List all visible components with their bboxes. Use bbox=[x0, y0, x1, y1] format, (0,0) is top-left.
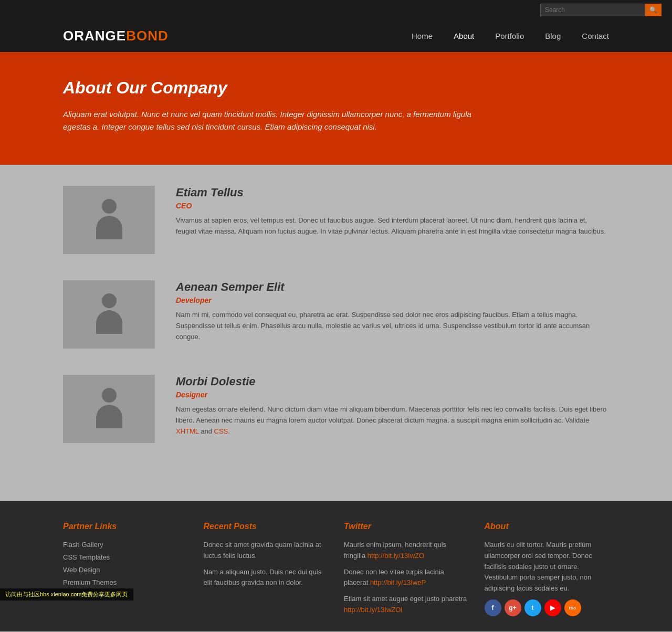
partner-links-heading: Partner Links bbox=[63, 522, 188, 531]
recent-posts-heading: Recent Posts bbox=[204, 522, 329, 531]
recent-post-2: Nam a aliquam justo. Duis nec dui quis e… bbox=[204, 567, 329, 589]
member-role-2: Developer bbox=[176, 296, 609, 304]
top-bar: 🔍 bbox=[0, 0, 672, 20]
logo: ORANGEBOND bbox=[63, 28, 169, 44]
member-name-2: Aenean Semper Elit bbox=[176, 280, 609, 294]
hero-description: Aliquam erat volutpat. Nunc et nunc vel … bbox=[63, 108, 494, 133]
header: ORANGEBOND Home About Portfolio Blog Con… bbox=[0, 20, 672, 52]
main-nav: Home About Portfolio Blog Contact bbox=[412, 31, 609, 40]
footer: Partner Links Flash Gallery CSS Template… bbox=[0, 501, 672, 631]
list-item: Premium Themes bbox=[63, 577, 188, 587]
member-info-1: Etiam Tellus CEO Vivamus at sapien eros,… bbox=[176, 186, 609, 254]
avatar-body bbox=[96, 310, 122, 334]
css-link[interactable]: CSS bbox=[214, 427, 228, 435]
avatar-head bbox=[102, 388, 117, 403]
tweet-link-3[interactable]: http://bit.ly/13IwZOl bbox=[344, 606, 402, 614]
member-bio-1: Vivamus at sapien eros, vel tempus est. … bbox=[176, 215, 609, 237]
tweet-3: Etiam sit amet augue eget justo pharetra… bbox=[344, 594, 469, 616]
member-info-2: Aenean Semper Elit Developer Nam mi mi, … bbox=[176, 280, 609, 349]
watermark: 访问由与社区bbs.xieniao.com免费分享更多网页 bbox=[0, 588, 133, 601]
footer-twitter: Twitter Mauris enim ipsum, hendrerit qui… bbox=[344, 522, 469, 621]
recent-post-1: Donec sit amet gravida quam lacinia at l… bbox=[204, 540, 329, 562]
tweet-2: Donec non leo vitae turpis lacinia place… bbox=[344, 567, 469, 589]
member-info-3: Morbi Dolestie Designer Nam egestas orna… bbox=[176, 375, 609, 443]
team-member-1: Etiam Tellus CEO Vivamus at sapien eros,… bbox=[63, 186, 609, 259]
about-text: Mauris eu elit tortor. Mauris pretium ul… bbox=[485, 540, 610, 594]
avatar-body bbox=[96, 216, 122, 239]
avatar-body bbox=[96, 405, 122, 428]
team-member-2: Aenean Semper Elit Developer Nam mi mi, … bbox=[63, 280, 609, 354]
logo-text-white: ORANGE bbox=[63, 28, 126, 44]
partner-link-premium-themes[interactable]: Premium Themes bbox=[63, 578, 117, 586]
search-button[interactable]: 🔍 bbox=[645, 4, 662, 16]
googleplus-icon[interactable]: g+ bbox=[505, 599, 521, 616]
member-bio-2: Nam mi mi, commodo vel consequat eu, pha… bbox=[176, 310, 609, 342]
search-input[interactable] bbox=[540, 4, 645, 16]
person-avatar-1 bbox=[93, 199, 125, 241]
nav-about[interactable]: About bbox=[454, 31, 474, 40]
tweet-link-1[interactable]: http://bit.ly/13IwZO bbox=[368, 552, 424, 560]
logo-text-orange: BOND bbox=[126, 28, 169, 44]
list-item: CSS Templates bbox=[63, 552, 188, 562]
social-icons: f g+ t ▶ rss bbox=[485, 599, 610, 616]
youtube-icon[interactable]: ▶ bbox=[544, 599, 561, 616]
twitter-icon[interactable]: t bbox=[524, 599, 541, 616]
avatar-head bbox=[102, 293, 117, 308]
footer-partner-links: Partner Links Flash Gallery CSS Template… bbox=[63, 522, 188, 621]
footer-about: About Mauris eu elit tortor. Mauris pret… bbox=[485, 522, 610, 621]
tweet-link-2[interactable]: http://bit.ly/13IweP bbox=[370, 578, 426, 586]
member-role-1: CEO bbox=[176, 202, 609, 210]
member-name-1: Etiam Tellus bbox=[176, 186, 609, 199]
partner-link-web-design[interactable]: Web Design bbox=[63, 566, 100, 574]
nav-contact[interactable]: Contact bbox=[582, 31, 609, 40]
list-item: Flash Gallery bbox=[63, 540, 188, 549]
member-role-3: Designer bbox=[176, 391, 609, 399]
member-name-3: Morbi Dolestie bbox=[176, 375, 609, 388]
xhtml-link[interactable]: XHTML bbox=[176, 427, 199, 435]
footer-recent-posts: Recent Posts Donec sit amet gravida quam… bbox=[204, 522, 329, 621]
hero-section: About Our Company Aliquam erat volutpat.… bbox=[0, 52, 672, 165]
nav-portfolio[interactable]: Portfolio bbox=[495, 31, 524, 40]
person-avatar-3 bbox=[93, 388, 125, 430]
nav-blog[interactable]: Blog bbox=[545, 31, 561, 40]
member-photo-2 bbox=[63, 280, 155, 349]
avatar-head bbox=[102, 199, 117, 214]
member-photo-1 bbox=[63, 186, 155, 254]
partner-link-flash-gallery[interactable]: Flash Gallery bbox=[63, 541, 103, 549]
rss-icon[interactable]: rss bbox=[564, 599, 581, 616]
about-heading: About bbox=[485, 522, 610, 531]
list-item: Web Design bbox=[63, 565, 188, 574]
page-title: About Our Company bbox=[63, 78, 609, 98]
partner-link-css-templates[interactable]: CSS Templates bbox=[63, 553, 110, 561]
team-member-3: Morbi Dolestie Designer Nam egestas orna… bbox=[63, 375, 609, 448]
twitter-heading: Twitter bbox=[344, 522, 469, 531]
member-bio-3: Nam egestas ornare eleifend. Nunc dictum… bbox=[176, 404, 609, 437]
tweet-1: Mauris enim ipsum, hendrerit quis fringi… bbox=[344, 540, 469, 562]
member-photo-3 bbox=[63, 375, 155, 443]
nav-home[interactable]: Home bbox=[412, 31, 433, 40]
search-form: 🔍 bbox=[540, 4, 662, 16]
person-avatar-2 bbox=[93, 293, 125, 335]
team-section: Etiam Tellus CEO Vivamus at sapien eros,… bbox=[0, 165, 672, 501]
facebook-icon[interactable]: f bbox=[485, 599, 501, 616]
